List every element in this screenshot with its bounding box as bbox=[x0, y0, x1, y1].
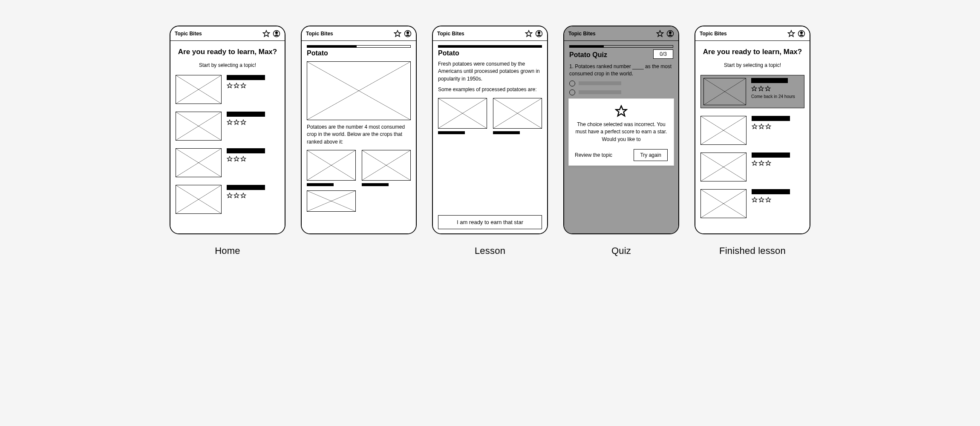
try-again-button[interactable]: Try again bbox=[634, 149, 668, 161]
topic-title-placeholder bbox=[227, 185, 265, 190]
image-placeholder bbox=[307, 190, 356, 212]
svg-point-27 bbox=[801, 32, 803, 34]
screen-label-quiz: Quiz bbox=[611, 245, 631, 256]
app-brand: Topic Bites bbox=[175, 31, 260, 37]
app-header: Topic Bites bbox=[564, 26, 678, 41]
image-placeholder bbox=[700, 153, 747, 181]
topic-title-placeholder bbox=[227, 112, 265, 117]
svg-point-2 bbox=[276, 32, 278, 34]
image-placeholder bbox=[176, 148, 222, 177]
topic-list: Come back in 24 hours bbox=[700, 75, 804, 218]
topic-row[interactable] bbox=[176, 75, 280, 104]
topic-row[interactable] bbox=[700, 153, 804, 181]
quiz-question: 1. Potatoes ranked number ____ as the mo… bbox=[569, 63, 673, 78]
screen-home: Topic Bites Are you ready to learn, Max?… bbox=[170, 26, 285, 234]
app-brand: Topic Bites bbox=[306, 31, 391, 37]
topic-row[interactable] bbox=[700, 116, 804, 145]
lesson-para: Some examples of processed potatoes are: bbox=[438, 86, 542, 93]
svg-marker-11 bbox=[241, 156, 246, 161]
svg-marker-3 bbox=[227, 83, 232, 88]
topic-stars bbox=[227, 119, 278, 125]
topic-title-placeholder bbox=[752, 189, 790, 194]
quiz-option[interactable] bbox=[569, 89, 673, 95]
star-icon[interactable] bbox=[525, 30, 533, 37]
topic-stars bbox=[227, 193, 278, 199]
modal-message: The choice selected was incorrect. You m… bbox=[575, 121, 668, 143]
screen-label-home: Home bbox=[215, 245, 240, 256]
svg-marker-14 bbox=[241, 193, 246, 198]
quiz-progress bbox=[569, 45, 673, 48]
svg-marker-29 bbox=[758, 86, 764, 91]
svg-point-17 bbox=[407, 32, 409, 34]
lesson-progress bbox=[307, 45, 411, 48]
caption-placeholder bbox=[493, 131, 520, 134]
svg-marker-28 bbox=[752, 86, 757, 91]
caption-placeholder bbox=[307, 183, 334, 186]
svg-marker-9 bbox=[227, 156, 232, 161]
user-icon[interactable] bbox=[535, 30, 543, 37]
earn-star-button[interactable]: I am ready to earn that star bbox=[438, 215, 542, 229]
svg-marker-0 bbox=[263, 30, 270, 36]
topic-title-placeholder bbox=[752, 116, 790, 121]
svg-point-20 bbox=[538, 32, 540, 34]
caption-placeholder bbox=[362, 183, 389, 186]
image-placeholder bbox=[700, 116, 747, 145]
image-placeholder bbox=[362, 150, 411, 181]
topic-stars bbox=[752, 160, 803, 166]
svg-marker-12 bbox=[227, 193, 232, 198]
app-brand: Topic Bites bbox=[568, 31, 654, 37]
topic-row-locked: Come back in 24 hours bbox=[700, 75, 804, 108]
screen-label-finished: Finished lesson bbox=[719, 245, 786, 256]
svg-marker-7 bbox=[234, 120, 239, 124]
star-icon[interactable] bbox=[787, 30, 795, 37]
screen-label-lesson: Lesson bbox=[475, 245, 505, 256]
app-header: Topic Bites bbox=[302, 26, 416, 41]
app-header: Topic Bites bbox=[695, 26, 810, 41]
topic-row[interactable] bbox=[176, 148, 280, 177]
image-placeholder bbox=[176, 112, 222, 141]
topic-title-placeholder bbox=[227, 148, 265, 153]
app-brand: Topic Bites bbox=[700, 31, 785, 37]
svg-marker-38 bbox=[759, 197, 764, 202]
svg-marker-31 bbox=[752, 124, 757, 129]
topic-row[interactable] bbox=[176, 185, 280, 214]
svg-marker-8 bbox=[241, 120, 246, 124]
topic-title-placeholder bbox=[751, 78, 788, 83]
user-icon[interactable] bbox=[798, 30, 805, 37]
topic-stars bbox=[227, 83, 278, 89]
star-icon[interactable] bbox=[656, 30, 664, 37]
svg-marker-15 bbox=[395, 30, 401, 36]
quiz-title: Potato Quiz bbox=[569, 51, 607, 59]
screen-lesson-1: Topic Bites Potato Potatoes are the numb… bbox=[301, 26, 417, 234]
image-placeholder bbox=[176, 75, 222, 104]
topic-list bbox=[176, 75, 280, 214]
svg-marker-39 bbox=[766, 197, 771, 202]
image-placeholder bbox=[176, 185, 222, 214]
user-icon[interactable] bbox=[666, 30, 674, 37]
star-icon[interactable] bbox=[262, 30, 270, 37]
svg-marker-30 bbox=[765, 86, 770, 91]
quiz-result-modal: The choice selected was incorrect. You m… bbox=[568, 98, 674, 166]
screen-finished: Topic Bites Are you ready to learn, Max?… bbox=[695, 26, 810, 234]
image-placeholder bbox=[438, 98, 487, 129]
caption-placeholder bbox=[438, 131, 465, 134]
topic-row[interactable] bbox=[700, 189, 804, 218]
image-placeholder bbox=[700, 189, 747, 218]
star-icon bbox=[615, 105, 628, 118]
user-icon[interactable] bbox=[273, 30, 280, 37]
finished-subheading: Start by selecting a topic! bbox=[700, 62, 804, 68]
svg-marker-5 bbox=[241, 83, 246, 88]
user-icon[interactable] bbox=[404, 30, 412, 37]
svg-marker-35 bbox=[759, 161, 764, 165]
review-topic-link[interactable]: Review the topic bbox=[575, 152, 612, 158]
lesson-paragraph: Potatoes are the number 4 most consumed … bbox=[307, 124, 411, 146]
home-heading: Are you ready to learn, Max? bbox=[176, 48, 280, 56]
svg-marker-4 bbox=[234, 83, 239, 88]
image-placeholder bbox=[307, 150, 356, 181]
svg-marker-25 bbox=[788, 30, 795, 36]
quiz-option[interactable] bbox=[569, 81, 673, 86]
svg-marker-10 bbox=[234, 156, 239, 161]
star-icon[interactable] bbox=[394, 30, 401, 37]
image-placeholder bbox=[307, 61, 411, 120]
topic-row[interactable] bbox=[176, 112, 280, 141]
